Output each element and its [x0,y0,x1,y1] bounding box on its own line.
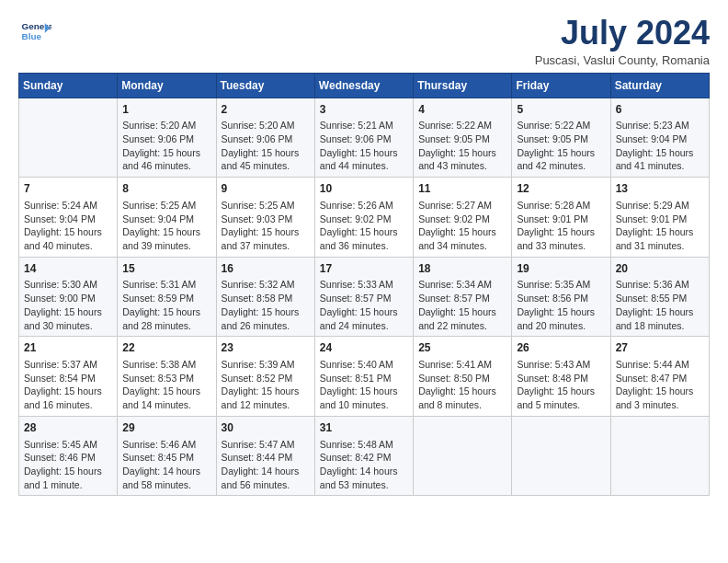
day-info: Sunrise: 5:25 AM Sunset: 9:03 PM Dayligh… [222,199,310,253]
day-info: Sunrise: 5:25 AM Sunset: 9:04 PM Dayligh… [122,199,210,253]
day-number: 14 [24,261,112,277]
calendar-cell: 17Sunrise: 5:33 AM Sunset: 8:57 PM Dayli… [314,257,413,337]
week-row-5: 28Sunrise: 5:45 AM Sunset: 8:46 PM Dayli… [19,416,710,496]
calendar-cell [512,416,610,496]
calendar-cell: 9Sunrise: 5:25 AM Sunset: 9:03 PM Daylig… [216,178,314,258]
calendar-cell: 16Sunrise: 5:32 AM Sunset: 8:58 PM Dayli… [216,257,314,337]
calendar-cell: 8Sunrise: 5:25 AM Sunset: 9:04 PM Daylig… [118,178,216,258]
day-number: 12 [517,181,605,197]
calendar-cell: 29Sunrise: 5:46 AM Sunset: 8:45 PM Dayli… [118,416,216,496]
logo: General Blue [18,15,51,48]
calendar-cell: 22Sunrise: 5:38 AM Sunset: 8:53 PM Dayli… [118,337,216,417]
calendar-cell: 18Sunrise: 5:34 AM Sunset: 8:57 PM Dayli… [414,257,512,337]
day-number: 3 [320,102,408,118]
calendar-cell: 11Sunrise: 5:27 AM Sunset: 9:02 PM Dayli… [414,178,512,258]
calendar-cell: 24Sunrise: 5:40 AM Sunset: 8:51 PM Dayli… [314,337,413,417]
day-info: Sunrise: 5:22 AM Sunset: 9:05 PM Dayligh… [418,119,506,173]
calendar-cell [19,98,118,178]
logo-icon: General Blue [18,15,51,48]
day-info: Sunrise: 5:45 AM Sunset: 8:46 PM Dayligh… [24,438,112,492]
day-info: Sunrise: 5:20 AM Sunset: 9:06 PM Dayligh… [122,119,210,173]
day-number: 25 [418,340,506,356]
day-info: Sunrise: 5:32 AM Sunset: 8:58 PM Dayligh… [222,278,310,332]
day-info: Sunrise: 5:44 AM Sunset: 8:47 PM Dayligh… [616,358,704,412]
calendar-cell: 14Sunrise: 5:30 AM Sunset: 9:00 PM Dayli… [19,257,118,337]
column-header-saturday: Saturday [610,73,709,98]
week-row-1: 1Sunrise: 5:20 AM Sunset: 9:06 PM Daylig… [19,98,710,178]
day-number: 30 [222,420,310,436]
calendar-cell: 3Sunrise: 5:21 AM Sunset: 9:06 PM Daylig… [314,98,413,178]
day-info: Sunrise: 5:47 AM Sunset: 8:44 PM Dayligh… [222,438,310,492]
day-number: 10 [320,181,408,197]
day-info: Sunrise: 5:26 AM Sunset: 9:02 PM Dayligh… [320,199,408,253]
day-info: Sunrise: 5:28 AM Sunset: 9:01 PM Dayligh… [517,199,605,253]
calendar-cell: 25Sunrise: 5:41 AM Sunset: 8:50 PM Dayli… [414,337,512,417]
day-number: 21 [24,340,112,356]
day-info: Sunrise: 5:46 AM Sunset: 8:45 PM Dayligh… [122,438,210,492]
day-number: 22 [122,340,210,356]
calendar-cell: 4Sunrise: 5:22 AM Sunset: 9:05 PM Daylig… [414,98,512,178]
calendar-cell: 10Sunrise: 5:26 AM Sunset: 9:02 PM Dayli… [314,178,413,258]
calendar-cell: 2Sunrise: 5:20 AM Sunset: 9:06 PM Daylig… [216,98,314,178]
day-info: Sunrise: 5:48 AM Sunset: 8:42 PM Dayligh… [320,438,408,492]
day-info: Sunrise: 5:29 AM Sunset: 9:01 PM Dayligh… [616,199,704,253]
day-number: 17 [320,261,408,277]
day-number: 26 [517,340,605,356]
day-number: 8 [122,181,210,197]
calendar-cell: 19Sunrise: 5:35 AM Sunset: 8:56 PM Dayli… [512,257,610,337]
column-header-monday: Monday [118,73,216,98]
calendar-cell: 12Sunrise: 5:28 AM Sunset: 9:01 PM Dayli… [512,178,610,258]
day-number: 11 [418,181,506,197]
day-number: 1 [122,102,210,118]
calendar-table: SundayMondayTuesdayWednesdayThursdayFrid… [18,73,710,497]
day-number: 29 [122,420,210,436]
column-header-friday: Friday [512,73,610,98]
day-info: Sunrise: 5:36 AM Sunset: 8:55 PM Dayligh… [616,278,704,332]
calendar-cell: 28Sunrise: 5:45 AM Sunset: 8:46 PM Dayli… [19,416,118,496]
day-info: Sunrise: 5:40 AM Sunset: 8:51 PM Dayligh… [320,358,408,412]
day-info: Sunrise: 5:43 AM Sunset: 8:48 PM Dayligh… [517,358,605,412]
day-number: 15 [122,261,210,277]
svg-text:Blue: Blue [22,31,42,41]
column-header-tuesday: Tuesday [216,73,314,98]
week-row-2: 7Sunrise: 5:24 AM Sunset: 9:04 PM Daylig… [19,178,710,258]
month-title: July 2024 [535,15,710,52]
day-number: 19 [517,261,605,277]
day-number: 5 [517,102,605,118]
day-number: 13 [616,181,704,197]
calendar-cell: 15Sunrise: 5:31 AM Sunset: 8:59 PM Dayli… [118,257,216,337]
day-info: Sunrise: 5:39 AM Sunset: 8:52 PM Dayligh… [222,358,310,412]
day-number: 2 [222,102,310,118]
column-header-thursday: Thursday [414,73,512,98]
calendar-cell: 26Sunrise: 5:43 AM Sunset: 8:48 PM Dayli… [512,337,610,417]
calendar-cell: 21Sunrise: 5:37 AM Sunset: 8:54 PM Dayli… [19,337,118,417]
day-number: 18 [418,261,506,277]
title-block: July 2024 Puscasi, Vaslui County, Romani… [535,15,710,67]
day-info: Sunrise: 5:31 AM Sunset: 8:59 PM Dayligh… [122,278,210,332]
day-number: 16 [222,261,310,277]
calendar-cell: 31Sunrise: 5:48 AM Sunset: 8:42 PM Dayli… [314,416,413,496]
day-number: 6 [616,102,704,118]
calendar-cell: 27Sunrise: 5:44 AM Sunset: 8:47 PM Dayli… [610,337,709,417]
calendar-cell [610,416,709,496]
column-header-sunday: Sunday [19,73,118,98]
day-info: Sunrise: 5:38 AM Sunset: 8:53 PM Dayligh… [122,358,210,412]
calendar-cell: 13Sunrise: 5:29 AM Sunset: 9:01 PM Dayli… [610,178,709,258]
calendar-cell: 6Sunrise: 5:23 AM Sunset: 9:04 PM Daylig… [610,98,709,178]
calendar-cell: 20Sunrise: 5:36 AM Sunset: 8:55 PM Dayli… [610,257,709,337]
calendar-cell: 5Sunrise: 5:22 AM Sunset: 9:05 PM Daylig… [512,98,610,178]
day-number: 24 [320,340,408,356]
day-number: 31 [320,420,408,436]
day-info: Sunrise: 5:30 AM Sunset: 9:00 PM Dayligh… [24,278,112,332]
day-info: Sunrise: 5:27 AM Sunset: 9:02 PM Dayligh… [418,199,506,253]
day-info: Sunrise: 5:37 AM Sunset: 8:54 PM Dayligh… [24,358,112,412]
day-info: Sunrise: 5:22 AM Sunset: 9:05 PM Dayligh… [517,119,605,173]
calendar-header-row: SundayMondayTuesdayWednesdayThursdayFrid… [19,73,710,98]
day-info: Sunrise: 5:23 AM Sunset: 9:04 PM Dayligh… [616,119,704,173]
calendar-cell: 23Sunrise: 5:39 AM Sunset: 8:52 PM Dayli… [216,337,314,417]
day-info: Sunrise: 5:24 AM Sunset: 9:04 PM Dayligh… [24,199,112,253]
day-number: 23 [222,340,310,356]
day-number: 7 [24,181,112,197]
week-row-4: 21Sunrise: 5:37 AM Sunset: 8:54 PM Dayli… [19,337,710,417]
day-number: 27 [616,340,704,356]
